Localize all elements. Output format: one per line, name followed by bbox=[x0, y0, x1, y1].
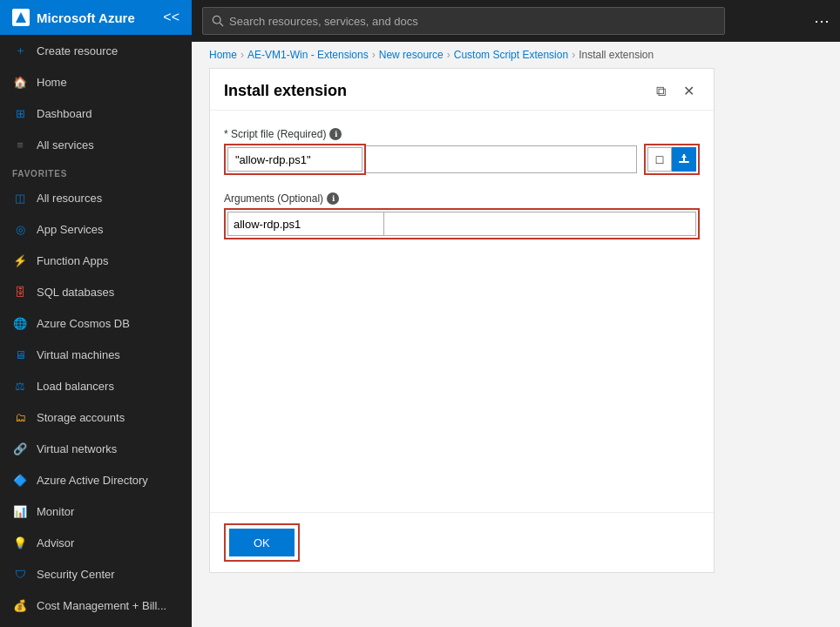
breadcrumb-sep-2: › bbox=[447, 49, 450, 61]
panel-container: Install extension ⧉ ✕ * Script file (Req… bbox=[192, 68, 840, 627]
breadcrumb-sep-0: › bbox=[240, 49, 244, 61]
sql-icon: 🗄 bbox=[12, 284, 28, 300]
sidebar-header: Microsoft Azure << bbox=[0, 0, 192, 35]
breadcrumb-extensions[interactable]: AE-VM1-Win - Extensions bbox=[247, 49, 369, 61]
sidebar-item-advisor[interactable]: 💡 Advisor bbox=[0, 527, 192, 558]
sidebar-label-lb: Load balancers bbox=[37, 380, 114, 393]
sidebar-item-help-support[interactable]: ❓ Help + support bbox=[0, 621, 192, 627]
advisor-icon: 💡 bbox=[12, 535, 28, 550]
panel-body: * Script file (Required) ℹ □ bbox=[210, 111, 714, 512]
sidebar-label-vm: Virtual machines bbox=[37, 348, 120, 361]
svg-point-1 bbox=[213, 16, 220, 24]
arguments-section: Arguments (Optional) ℹ bbox=[224, 192, 700, 239]
sidebar-item-all-services[interactable]: ≡ All services bbox=[0, 129, 192, 160]
vm-icon: 🖥 bbox=[12, 347, 28, 362]
script-file-input-extension[interactable] bbox=[366, 145, 637, 173]
upload-buttons-outlined: □ bbox=[644, 144, 700, 175]
svg-marker-0 bbox=[16, 12, 26, 23]
breadcrumb: Home › AE-VM1-Win - Extensions › New res… bbox=[192, 42, 840, 68]
function-apps-icon: ⚡ bbox=[12, 253, 28, 268]
breadcrumb-sep-1: › bbox=[372, 49, 376, 61]
sidebar-item-create-resource[interactable]: ＋ Create resource bbox=[0, 35, 192, 66]
arguments-input-extension[interactable] bbox=[384, 212, 696, 236]
breadcrumb-custom-script[interactable]: Custom Script Extension bbox=[454, 49, 568, 61]
sidebar-item-app-services[interactable]: ◎ App Services bbox=[0, 213, 192, 245]
upload-file-button-blue[interactable] bbox=[672, 147, 696, 172]
sidebar-collapse-button[interactable]: << bbox=[163, 10, 180, 25]
sidebar-label-create: Create resource bbox=[37, 44, 118, 57]
script-file-input-outlined bbox=[224, 144, 366, 175]
sidebar-label-monitor: Monitor bbox=[37, 505, 74, 518]
sidebar-item-storage-accounts[interactable]: 🗂 Storage accounts bbox=[0, 401, 192, 433]
breadcrumb-current: Install extension bbox=[579, 49, 654, 61]
panel-title: Install extension bbox=[224, 82, 347, 100]
sidebar-item-security-center[interactable]: 🛡 Security Center bbox=[0, 558, 192, 590]
arguments-input-outlined bbox=[224, 208, 700, 239]
svg-line-2 bbox=[220, 23, 223, 26]
sidebar-label-aad: Azure Active Directory bbox=[37, 474, 148, 487]
favorites-section-label: FAVORITES bbox=[0, 160, 192, 182]
sidebar-label-storage: Storage accounts bbox=[37, 411, 125, 424]
sidebar: Microsoft Azure << ＋ Create resource 🏠 H… bbox=[0, 0, 192, 627]
sidebar-item-virtual-networks[interactable]: 🔗 Virtual networks bbox=[0, 433, 192, 464]
sidebar-label-security: Security Center bbox=[37, 568, 115, 581]
sidebar-label-cost: Cost Management + Bill... bbox=[37, 599, 166, 612]
plus-icon: ＋ bbox=[12, 43, 28, 58]
upload-file-button-white[interactable]: □ bbox=[647, 147, 672, 172]
arguments-input[interactable] bbox=[227, 212, 384, 236]
ok-button[interactable]: OK bbox=[229, 529, 295, 556]
ok-button-outlined: OK bbox=[224, 523, 300, 562]
sidebar-item-load-balancers[interactable]: ⚖ Load balancers bbox=[0, 370, 192, 401]
breadcrumb-sep-3: › bbox=[572, 49, 575, 61]
vnet-icon: 🔗 bbox=[12, 441, 28, 456]
security-icon: 🛡 bbox=[12, 566, 28, 582]
cost-icon: 💰 bbox=[12, 597, 28, 613]
app-title: Microsoft Azure bbox=[37, 10, 135, 25]
dashboard-icon: ⊞ bbox=[12, 105, 28, 121]
sidebar-item-virtual-machines[interactable]: 🖥 Virtual machines bbox=[0, 339, 192, 370]
install-extension-panel: Install extension ⧉ ✕ * Script file (Req… bbox=[209, 68, 715, 573]
list-icon: ≡ bbox=[12, 137, 28, 152]
sidebar-label-home: Home bbox=[37, 76, 67, 89]
sidebar-item-monitor[interactable]: 📊 Monitor bbox=[0, 496, 192, 527]
home-icon: 🏠 bbox=[12, 74, 28, 90]
sidebar-item-all-resources[interactable]: ◫ All resources bbox=[0, 182, 192, 213]
args-info-icon[interactable]: ℹ bbox=[327, 192, 339, 205]
cosmos-icon: 🌐 bbox=[12, 315, 28, 331]
search-placeholder: Search resources, services, and docs bbox=[229, 15, 418, 28]
panel-header: Install extension ⧉ ✕ bbox=[210, 69, 714, 111]
panel-maximize-button[interactable]: ⧉ bbox=[651, 81, 671, 101]
sidebar-label-all-resources: All resources bbox=[37, 192, 102, 205]
sidebar-item-function-apps[interactable]: ⚡ Function Apps bbox=[0, 245, 192, 276]
sidebar-label-sql: SQL databases bbox=[37, 286, 114, 299]
breadcrumb-home[interactable]: Home bbox=[209, 49, 237, 61]
sidebar-item-dashboard[interactable]: ⊞ Dashboard bbox=[0, 98, 192, 129]
azure-logo bbox=[12, 9, 30, 26]
panel-header-icons: ⧉ ✕ bbox=[651, 81, 700, 101]
script-info-icon[interactable]: ℹ bbox=[329, 128, 342, 140]
app-services-icon: ◎ bbox=[12, 221, 28, 237]
sidebar-label-services: All services bbox=[37, 138, 94, 152]
sidebar-item-cost-management[interactable]: 💰 Cost Management + Bill... bbox=[0, 590, 192, 621]
search-icon bbox=[212, 15, 224, 27]
storage-icon: 🗂 bbox=[12, 409, 28, 425]
sidebar-item-home[interactable]: 🏠 Home bbox=[0, 66, 192, 98]
sidebar-label-vnet: Virtual networks bbox=[37, 442, 117, 455]
upload-icon bbox=[678, 153, 690, 165]
script-file-label: * Script file (Required) ℹ bbox=[224, 128, 700, 140]
sidebar-item-azure-cosmos-db[interactable]: 🌐 Azure Cosmos DB bbox=[0, 307, 192, 339]
arguments-label: Arguments (Optional) ℹ bbox=[224, 192, 700, 205]
sidebar-label-cosmos: Azure Cosmos DB bbox=[37, 317, 130, 330]
sidebar-item-sql-databases[interactable]: 🗄 SQL databases bbox=[0, 276, 192, 307]
breadcrumb-new-resource[interactable]: New resource bbox=[379, 49, 444, 61]
search-bar[interactable]: Search resources, services, and docs bbox=[202, 7, 725, 35]
aad-icon: 🔷 bbox=[12, 472, 28, 488]
script-file-input[interactable] bbox=[227, 147, 362, 172]
topbar-expand-button[interactable]: ⋯ bbox=[814, 11, 830, 30]
topbar: Search resources, services, and docs ⋯ bbox=[192, 0, 840, 42]
svg-rect-3 bbox=[679, 161, 689, 163]
panel-close-button[interactable]: ✕ bbox=[678, 81, 700, 101]
script-file-section: * Script file (Required) ℹ □ bbox=[224, 128, 700, 175]
sidebar-item-azure-active-directory[interactable]: 🔷 Azure Active Directory bbox=[0, 464, 192, 496]
lb-icon: ⚖ bbox=[12, 378, 28, 394]
